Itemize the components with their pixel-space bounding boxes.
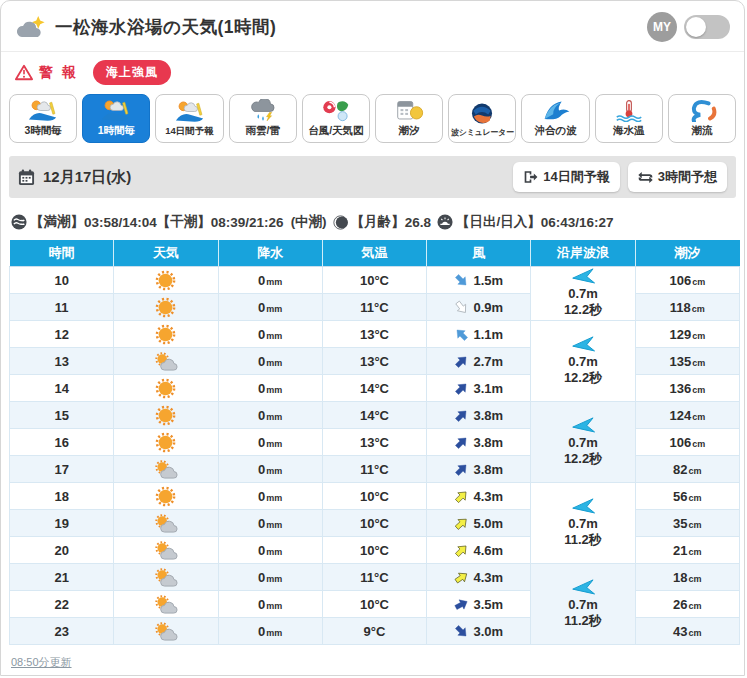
wave-height: 0.7m	[531, 516, 634, 532]
tab-label: 3時間毎	[24, 124, 61, 138]
temp-cell: 13°C	[322, 321, 426, 348]
wind-speed: 5.0m	[473, 516, 503, 531]
unit-label: mm	[266, 277, 282, 287]
hour-cell: 13	[10, 348, 114, 375]
unit-label: cm	[689, 547, 702, 557]
sea-thermometer-icon	[613, 99, 645, 122]
precip-cell: 0mm	[218, 591, 322, 618]
high-tide-value: 03:58/14:04	[84, 215, 157, 230]
tab-label: 海水温	[613, 124, 645, 138]
tab-label: 雨雲/雷	[246, 124, 280, 138]
wind-cell: 3.1m	[427, 375, 531, 402]
wind-speed: 2.7m	[473, 354, 503, 369]
forecast-row: 12 0mm13°C1.1m 0.7m12.2秒129cm	[10, 321, 740, 348]
wave-direction-arrow-icon	[570, 268, 597, 287]
button-14day-forecast[interactable]: 14日間予報	[513, 162, 619, 192]
wave-direction-arrow-icon	[570, 579, 597, 598]
weather-sunny-icon	[155, 405, 176, 426]
updated-link[interactable]: 08:50分更新	[11, 655, 72, 670]
hour-cell: 23	[10, 618, 114, 645]
unit-label: mm	[266, 358, 282, 368]
wind-wrap: 3.1m	[427, 381, 530, 396]
tab-typhoon[interactable]: 台風/天気図	[302, 94, 370, 143]
precip-cell: 0mm	[218, 618, 322, 645]
my-toggle[interactable]	[684, 15, 730, 39]
tab-wavesim[interactable]: 波シミュレーター	[448, 94, 516, 143]
unit-label: mm	[266, 601, 282, 611]
weather-cell	[114, 510, 218, 537]
warning-badge[interactable]: 海上強風	[93, 60, 171, 85]
column-header: 天気	[114, 240, 218, 267]
tab-raincloud[interactable]: 雨雲/雷	[229, 94, 297, 143]
weather-cell	[114, 618, 218, 645]
page-title: 一松海水浴場の天気(1時間)	[55, 15, 647, 39]
precip-cell: 0mm	[218, 537, 322, 564]
precip-cell: 0mm	[218, 429, 322, 456]
precip-cell: 0mm	[218, 483, 322, 510]
weather-partly-icon	[153, 351, 179, 372]
wind-wrap: 3.8m	[427, 435, 530, 450]
weather-cell	[114, 456, 218, 483]
tab-label: 沖合の波	[534, 124, 576, 138]
weather-sunny-icon	[155, 270, 176, 291]
wind-wrap: 4.3m	[427, 489, 530, 504]
hour-cell: 14	[10, 375, 114, 402]
tab-14day[interactable]: 14日間予報	[155, 94, 223, 143]
tab-3h[interactable]: 3時間毎	[9, 94, 77, 143]
warning-row: 警報 海上強風	[1, 52, 744, 91]
unit-label: mm	[266, 304, 282, 314]
tide-level-cell: 118cm	[635, 294, 739, 321]
wind-speed: 4.3m	[473, 570, 503, 585]
wind-speed: 0.9m	[473, 300, 503, 315]
tab-label: 潮汐	[399, 124, 420, 138]
sunrise-sunset-value: 06:43/16:27	[541, 215, 614, 230]
tide-level-cell: 136cm	[635, 375, 739, 402]
tide-phase: (中潮)	[291, 213, 327, 231]
unit-label: mm	[266, 493, 282, 503]
tab-tide[interactable]: 潮汐	[375, 94, 443, 143]
weather-partly-icon	[153, 594, 179, 615]
wave-direction-arrow-icon	[570, 498, 597, 517]
wind-wrap: 3.8m	[427, 408, 530, 423]
wind-cell: 3.8m	[427, 429, 531, 456]
column-header: 潮汐	[635, 240, 739, 267]
unit-label: mm	[266, 385, 282, 395]
unit-label: cm	[692, 304, 705, 314]
button-3hour-forecast[interactable]: 3時間予想	[628, 162, 727, 192]
wave-height: 0.7m	[531, 286, 634, 302]
wind-arrow-icon	[451, 350, 472, 371]
wind-arrow-icon	[451, 620, 472, 641]
forecast-table-body: 10 0mm10°C1.5m 0.7m12.2秒106cm11 0mm11°C0…	[10, 267, 740, 645]
date-bar: 12月17日(水) 14日間予報 3時間予想	[9, 156, 736, 198]
wind-cell: 5.0m	[427, 510, 531, 537]
wind-speed: 3.5m	[473, 597, 503, 612]
wind-speed: 3.0m	[473, 624, 503, 639]
hour-cell: 20	[10, 537, 114, 564]
tab-label: 1時間毎	[98, 124, 135, 138]
tab-current[interactable]: 潮流	[668, 94, 736, 143]
button-label: 14日間予報	[543, 168, 609, 186]
button-label: 3時間予想	[658, 168, 717, 186]
unit-label: cm	[689, 466, 702, 476]
wind-speed: 3.1m	[473, 381, 503, 396]
weather-partly-icon	[153, 459, 179, 480]
weather-sunny-icon	[155, 486, 176, 507]
temp-cell: 10°C	[322, 267, 426, 294]
wind-arrow-icon	[451, 296, 472, 317]
tab-offshore[interactable]: 沖合の波	[521, 94, 589, 143]
tab-1h[interactable]: 1時間毎	[82, 94, 150, 143]
temp-cell: 13°C	[322, 429, 426, 456]
tide-calendar-moon-icon	[393, 99, 425, 122]
tab-seatemp[interactable]: 海水温	[595, 94, 663, 143]
my-badge[interactable]: MY	[647, 12, 677, 42]
hour-cell: 18	[10, 483, 114, 510]
title-bar: 一松海水浴場の天気(1時間) MY	[1, 1, 744, 52]
wave-period: 11.2秒	[531, 613, 634, 629]
forecast-header-row: 時間天気降水気温風沿岸波浪潮汐	[10, 240, 740, 267]
wind-speed: 4.3m	[473, 489, 503, 504]
temp-cell: 10°C	[322, 591, 426, 618]
coastal-wave-cell: 0.7m12.2秒	[531, 321, 635, 402]
weather-partly-icon	[153, 621, 179, 642]
unit-label: mm	[266, 466, 282, 476]
page: 一松海水浴場の天気(1時間) MY 警報 海上強風 3時間毎 1時間毎 14日間…	[0, 0, 745, 676]
